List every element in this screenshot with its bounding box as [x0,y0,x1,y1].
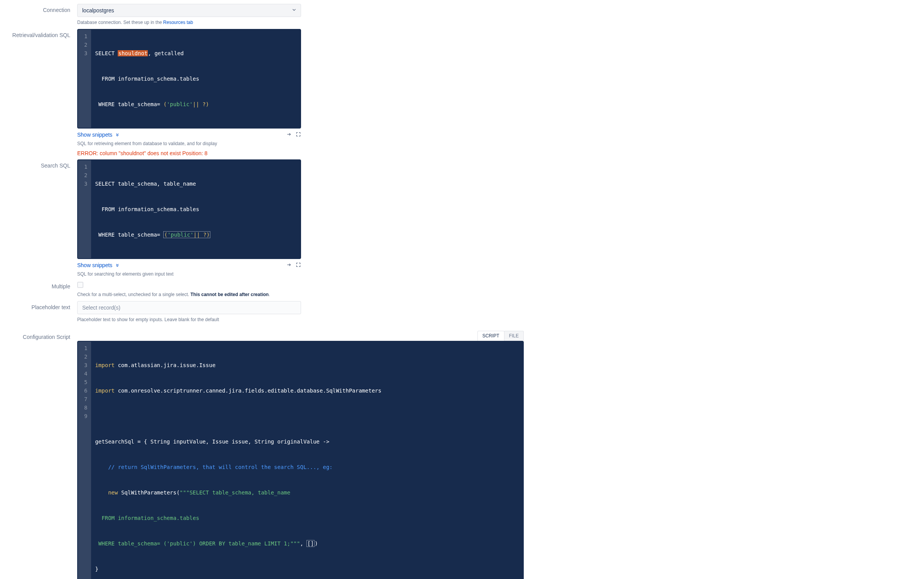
config-script-label: Configuration Script [8,331,77,340]
code-gutter: 1 2 3 [78,160,91,258]
placeholder-hint: Placeholder text to show for empty input… [77,317,301,323]
search-sql-editor[interactable]: 1 2 3 SELECT table_schema, table_name FR… [77,159,301,259]
retrieval-hint: SQL for retrieving element from database… [77,141,301,147]
chevron-double-down-icon [115,262,120,268]
code-body[interactable]: import com.atlassian.jira.issue.Issue im… [91,342,523,579]
placeholder-label: Placeholder text [8,301,77,310]
connection-label: Connection [8,4,77,13]
chevron-down-icon [291,7,297,14]
resources-tab-link[interactable]: Resources tab [163,20,193,25]
placeholder-input[interactable] [77,301,301,314]
search-sql-label: Search SQL [8,159,77,169]
connection-value: localpostgres [82,7,114,14]
connection-hint: Database connection. Set these up in the… [77,19,301,26]
retrieval-label: Retrieval/validation SQL [8,29,77,38]
run-icon[interactable] [286,262,292,269]
retrieval-sql-editor[interactable]: 1 2 3 SELECT shouldnot, getcalled FROM i… [77,29,301,129]
multiple-hint: Check for a multi-select, unchecked for … [77,291,301,298]
tab-script[interactable]: SCRIPT [477,331,504,341]
search-hint: SQL for searching for elements given inp… [77,271,301,278]
multiple-label: Multiple [8,280,77,290]
code-gutter: 1 2 3 [78,30,91,128]
multiple-checkbox[interactable] [77,282,83,288]
run-icon[interactable] [286,132,292,138]
config-script-editor[interactable]: 1 2 3 4 5 6 7 8 9 import com.atlassian.j… [77,341,524,579]
code-gutter: 1 2 3 4 5 6 7 8 9 [78,342,91,579]
connection-select[interactable]: localpostgres [77,4,301,17]
expand-icon[interactable] [296,262,301,269]
expand-icon[interactable] [296,132,301,138]
code-body[interactable]: SELECT shouldnot, getcalled FROM informa… [91,30,300,128]
chevron-double-down-icon [115,132,120,137]
show-snippets-link[interactable]: Show snippets [77,262,120,268]
tab-file[interactable]: FILE [504,331,524,341]
retrieval-error: ERROR: column "shouldnot" does not exist… [77,150,301,156]
code-body[interactable]: SELECT table_schema, table_name FROM inf… [91,160,300,258]
show-snippets-link[interactable]: Show snippets [77,132,120,138]
